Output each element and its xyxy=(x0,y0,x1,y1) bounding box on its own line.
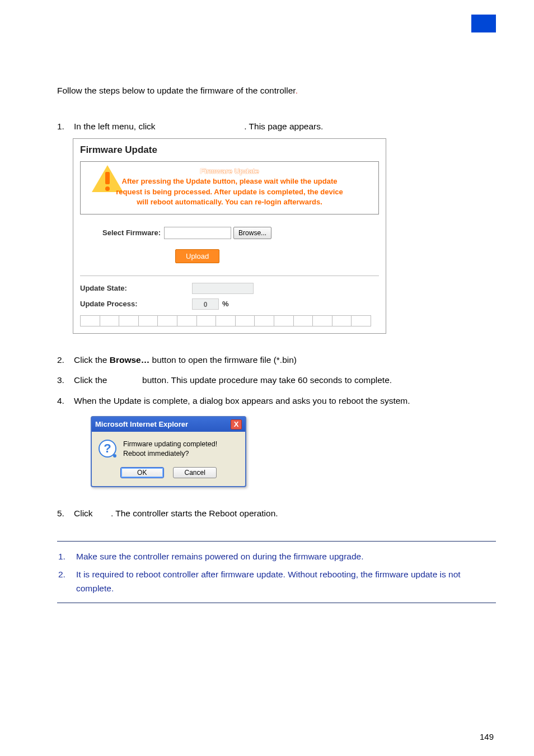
page-content: Follow the steps below to update the fir… xyxy=(57,84,496,603)
warning-heading: Firmware Update xyxy=(86,166,373,176)
step-5: 5. Click . The controller starts the Reb… xyxy=(57,506,496,521)
step-2-a: Click the xyxy=(74,355,110,365)
cancel-button[interactable]: Cancel xyxy=(173,467,217,478)
browse-button[interactable]: Browse... xyxy=(233,227,271,239)
note-2: 2. It is required to reboot controller a… xyxy=(57,567,496,596)
step-3-number: 3. xyxy=(57,373,74,388)
step-4-number: 4. xyxy=(57,394,74,408)
dialog-message: Firmware updating completed! Reboot imme… xyxy=(123,440,217,459)
note-1-text: Make sure the controller remains powered… xyxy=(76,549,496,564)
step-1-text: In the left menu, click . This page appe… xyxy=(74,119,496,134)
reboot-dialog: Microsoft Internet Explorer X ? Firmware… xyxy=(91,416,246,487)
percent-sign: % xyxy=(222,300,229,308)
step-1: 1. In the left menu, click . This page a… xyxy=(57,119,496,134)
question-icon: ? xyxy=(99,440,116,458)
step-4-text: When the Update is complete, a dialog bo… xyxy=(74,394,496,408)
firmware-update-panel: Firmware Update Firmware Update After pr… xyxy=(73,138,386,334)
select-firmware-row: Select Firmware: Browse... xyxy=(80,227,379,239)
step-5-a: Click xyxy=(74,508,95,518)
step-4: 4. When the Update is complete, a dialog… xyxy=(57,394,496,408)
update-state-label: Update State: xyxy=(80,284,192,292)
note-1: 1. Make sure the controller remains powe… xyxy=(57,549,496,564)
warning-line-2: request is being processed. After update… xyxy=(86,187,373,197)
step-2-b: button to open the firmware file (*.bin) xyxy=(149,355,297,365)
dialog-line-1: Firmware updating completed! xyxy=(123,440,217,450)
step-1-number: 1. xyxy=(57,119,74,134)
panel-divider xyxy=(80,276,379,276)
select-firmware-label: Select Firmware: xyxy=(102,228,161,237)
step-3-a: Click the xyxy=(74,375,110,385)
step-5-b: . The controller starts the Reboot opera… xyxy=(111,508,278,518)
step-2-text: Click the Browse… button to open the fir… xyxy=(74,353,496,367)
step-5-text: Click . The controller starts the Reboot… xyxy=(74,506,496,521)
step-3-text: Click the button. This update procedure … xyxy=(74,373,496,388)
warning-line-3: will reboot automatically. You can re-lo… xyxy=(86,197,373,207)
update-state-value xyxy=(192,283,254,294)
step-2: 2. Click the Browse… button to open the … xyxy=(57,353,496,367)
update-process-row: Update Process: 0 % xyxy=(80,298,379,310)
update-process-label: Update Process: xyxy=(80,300,192,308)
warning-line-1: After pressing the Update button, please… xyxy=(86,176,373,186)
dialog-titlebar: Microsoft Internet Explorer X xyxy=(92,417,245,432)
panel-title: Firmware Update xyxy=(80,144,379,156)
note-2-text: It is required to reboot controller afte… xyxy=(76,567,496,596)
step-3: 3. Click the button. This update procedu… xyxy=(57,373,496,388)
dialog-line-2: Reboot immediately? xyxy=(123,449,217,459)
step-1-b: . This page appears. xyxy=(244,122,323,131)
dialog-title-text: Microsoft Internet Explorer xyxy=(95,420,188,428)
page-number: 149 xyxy=(480,732,494,741)
progress-bar xyxy=(80,315,371,326)
ok-button[interactable]: OK xyxy=(120,467,164,478)
header-accent-box xyxy=(471,15,496,32)
close-icon[interactable]: X xyxy=(231,419,242,430)
step-5-number: 5. xyxy=(57,506,74,521)
intro-text: Follow the steps below to update the fir… xyxy=(57,86,296,95)
dialog-buttons: OK Cancel xyxy=(92,464,245,486)
note-1-number: 1. xyxy=(57,549,76,564)
step-1-a: In the left menu, click xyxy=(74,122,158,131)
upload-button[interactable]: Upload xyxy=(175,249,219,263)
note-2-number: 2. xyxy=(57,567,76,596)
step-2-number: 2. xyxy=(57,353,74,367)
dialog-body: ? Firmware updating completed! Reboot im… xyxy=(92,432,245,464)
update-process-value: 0 xyxy=(192,298,219,310)
firmware-path-input[interactable] xyxy=(164,227,231,239)
step-3-b: button. This update procedure may take 6… xyxy=(140,375,392,385)
notes-divider-bottom xyxy=(57,603,496,603)
notes-divider-top xyxy=(57,541,496,542)
intro-period: . xyxy=(296,86,298,95)
intro-paragraph: Follow the steps below to update the fir… xyxy=(57,84,496,98)
update-state-row: Update State: xyxy=(80,283,379,294)
step-2-bold: Browse… xyxy=(110,355,150,365)
warning-box: Firmware Update After pressing the Updat… xyxy=(80,161,379,214)
